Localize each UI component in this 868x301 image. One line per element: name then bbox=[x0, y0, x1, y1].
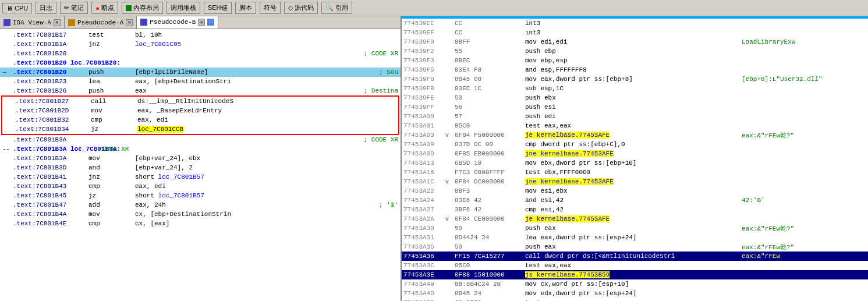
disasm-row[interactable]: 77453A4D 8B45 24 mov edx,dword ptr ss:[e… bbox=[402, 289, 868, 298]
tab-close-pseudo-a[interactable]: ✕ bbox=[126, 19, 133, 26]
arrow: → bbox=[2, 69, 13, 76]
code-line[interactable]: .text:7C801B43 cmp eax, edi bbox=[0, 182, 401, 191]
disasm-row[interactable]: 77453A03 v 0F84 F5000000 je kernelbase.7… bbox=[402, 130, 868, 140]
disasm-row[interactable]: 77453A35 50 push eax eax:&"rFEw乾?" bbox=[402, 242, 868, 252]
disasm-row[interactable]: 77453A00 57 push edi bbox=[402, 112, 868, 121]
disasm-row[interactable]: 77453A50 66:85C9 test cx,cx bbox=[402, 298, 868, 301]
disasm-row[interactable]: 77453A22 8BF3 mov esi,ebx bbox=[402, 186, 868, 196]
disasm-row[interactable]: 774539F5 83E4 F8 and esp,FFFFFFF8 bbox=[402, 65, 868, 75]
code-line[interactable]: .text:7C801B47 add eax, 24h ; '$' bbox=[0, 200, 401, 210]
code-line[interactable]: .text:7C801B17 test bl, 10h bbox=[0, 30, 401, 40]
tab-close-ida[interactable]: ✕ bbox=[54, 19, 61, 26]
disasm-row[interactable]: 77453A0D 0F85 EB000000 jne kernelbase.77… bbox=[402, 149, 868, 158]
disasm-row[interactable]: 774539EE CC int3 bbox=[402, 19, 868, 28]
log-btn[interactable]: 日志 bbox=[36, 2, 56, 14]
main-container: IDA View-A ✕ Pseudocode-A ✕ Pseudocode-B… bbox=[0, 16, 868, 301]
disasm-row[interactable]: 77453A30 50 push eax eax:&"rFEw乾?" bbox=[402, 224, 868, 233]
disasm-row[interactable]: 77453A13 6B5D 10 mov ebx,dword ptr ss:[e… bbox=[402, 158, 868, 168]
memory-btn[interactable]: 内存布局 bbox=[122, 2, 163, 14]
diamond-icon: ◇ bbox=[288, 4, 293, 12]
source-btn[interactable]: ◇ 源代码 bbox=[284, 2, 318, 14]
left-panel: IDA View-A ✕ Pseudocode-A ✕ Pseudocode-B… bbox=[0, 16, 402, 301]
disasm-row[interactable]: 77453A1C v 0F84 DC000000 jne kernelbase.… bbox=[402, 177, 868, 186]
code-line[interactable]: .text:7C801B1A jnz loc_7C801C05 bbox=[0, 40, 401, 49]
right-panel: 774539EE CC int3 774539EF CC int3 774539… bbox=[402, 16, 868, 301]
top-toolbar: 🖥 CPU 日志 ✏ 笔记 ● 断点 内存布局 调用堆栈 SEH链 脚本 符号 … bbox=[0, 0, 868, 16]
disasm-row[interactable]: 774539F0 8BFF mov edi,edi LoadLibraryExW bbox=[402, 37, 868, 47]
disasm-table[interactable]: 774539EE CC int3 774539EF CC int3 774539… bbox=[402, 19, 868, 301]
code-line[interactable]: .text:7C801B20 ; CODE XR bbox=[0, 49, 401, 58]
arrow: -- bbox=[2, 146, 13, 153]
tab-label-b: Pseudocode-B bbox=[150, 19, 196, 26]
tab-pseudocode-b[interactable]: Pseudocode-B ✕ □ bbox=[137, 16, 218, 29]
pseudo-a-icon bbox=[68, 19, 75, 26]
ref-btn[interactable]: 🔍 引用 bbox=[321, 2, 352, 14]
code-line[interactable]: .text:7C801B4A mov cx, [ebp+DestinationS… bbox=[0, 210, 401, 219]
code-line-highlighted[interactable]: → .text:7C801B20 push [ebp+lpLibFileName… bbox=[0, 68, 401, 77]
tab-expand-pseudo-b[interactable]: □ bbox=[207, 19, 214, 26]
code-line[interactable]: -- .text:7C801B3A loc_7C801B3A: ; CODE X… bbox=[0, 144, 401, 154]
code-line[interactable]: .text:7C801B3A ; CODE XR bbox=[0, 135, 401, 144]
code-line[interactable]: .text:7C801B32 cmp eax, edi bbox=[2, 115, 398, 125]
script-btn[interactable]: 脚本 bbox=[235, 2, 256, 14]
disasm-row[interactable]: 77453A09 837D 0C 00 cmp dword ptr ss:[eb… bbox=[402, 140, 868, 149]
memory-icon bbox=[126, 5, 132, 11]
disasm-row-selected2[interactable]: 77453A3E 0F88 15010000 js kernelbase.774… bbox=[402, 270, 868, 279]
symbol-btn[interactable]: 符号 bbox=[260, 2, 281, 14]
callstack-btn[interactable]: 调用堆栈 bbox=[166, 2, 200, 14]
breakpoint-btn[interactable]: ● 断点 bbox=[91, 2, 118, 14]
tab-pseudocode-a[interactable]: Pseudocode-A ✕ bbox=[65, 16, 137, 29]
disasm-row[interactable]: 774539F8 8B45 08 mov eax,dword ptr ss:[e… bbox=[402, 75, 868, 84]
disasm-row[interactable]: 77453A24 83E6 42 and esi,42 42:'B' bbox=[402, 196, 868, 205]
disasm-row[interactable]: 77453A31 8D4424 24 lea eax,dword ptr ss:… bbox=[402, 233, 868, 242]
disasm-row[interactable]: 77453A16 F7C3 0000FFFF test ebx,FFFF0000 bbox=[402, 168, 868, 177]
tab-close-pseudo-b[interactable]: ✕ bbox=[198, 19, 205, 26]
code-line[interactable]: .text:7C801B20 loc_7C801B20: bbox=[0, 58, 401, 68]
code-line[interactable]: .text:7C801B34 jz loc_7C801CCB bbox=[2, 125, 398, 134]
tab-label: IDA View-A bbox=[13, 19, 51, 26]
disasm-row[interactable]: 774539FB 83EC 1C sub esp,1C bbox=[402, 84, 868, 93]
ida-view-icon bbox=[3, 19, 10, 26]
code-line[interactable]: .text:7C801B4E cmp cx, [eax] bbox=[0, 219, 401, 228]
code-line[interactable]: .text:7C801B27 call ds:__imp__RtlInitUni… bbox=[2, 97, 398, 106]
code-line[interactable]: .text:7C801B23 lea eax, [ebp+Destination… bbox=[0, 77, 401, 86]
code-line[interactable]: .text:7C801B41 jnz short loc_7C801B57 bbox=[0, 172, 401, 182]
code-line[interactable]: .text:7C801B2D mov eax, _BasepExeLdrEntr… bbox=[2, 106, 398, 115]
disasm-row-selected[interactable]: 77453A36 FF15 7CA15277 call dword ptr ds… bbox=[402, 252, 868, 261]
disasm-row[interactable]: 77453A2A v 0F84 CE000000 je kernelbase.7… bbox=[402, 214, 868, 224]
seh-btn[interactable]: SEH链 bbox=[204, 2, 232, 14]
code-line[interactable]: .text:7C801B45 jz short loc_7C801B57 bbox=[0, 191, 401, 200]
note-btn[interactable]: ✏ 笔记 bbox=[60, 2, 88, 14]
disasm-row[interactable]: 774539EF CC int3 bbox=[402, 28, 868, 37]
disasm-row[interactable]: 774539F2 55 push ebp bbox=[402, 47, 868, 56]
disasm-row[interactable]: 774539F3 8BEC mov ebp,esp bbox=[402, 56, 868, 65]
disasm-row[interactable]: 77453A01 85C0 test eax,eax bbox=[402, 121, 868, 130]
code-line[interactable]: .text:7C801B26 push eax ; Destina bbox=[0, 86, 401, 95]
left-tab-bar: IDA View-A ✕ Pseudocode-A ✕ Pseudocode-B… bbox=[0, 16, 401, 29]
code-line[interactable]: .text:7C801B3D and [ebp+var_24], 2 bbox=[0, 163, 401, 172]
disasm-row[interactable]: 77453A49 8B:8B4C24 20 mov cx,word ptr ss… bbox=[402, 279, 868, 289]
disasm-row[interactable]: 774539FE 53 push ebx bbox=[402, 93, 868, 102]
pseudo-b-icon bbox=[140, 19, 147, 26]
disasm-row[interactable]: 77453A3C 85C0 test eax,eax bbox=[402, 261, 868, 270]
code-area[interactable]: .text:7C801B17 test bl, 10h .text:7C801B… bbox=[0, 29, 401, 301]
disasm-row[interactable]: 77453A27 3BF6 42 cmp esi,42 bbox=[402, 205, 868, 214]
disasm-row[interactable]: 774539FF 56 push esi bbox=[402, 102, 868, 112]
pen-icon: ✏ bbox=[64, 4, 69, 12]
tab-ida-view[interactable]: IDA View-A ✕ bbox=[0, 16, 65, 29]
search-icon: 🔍 bbox=[325, 4, 334, 12]
red-box-section: .text:7C801B27 call ds:__imp__RtlInitUni… bbox=[1, 95, 399, 135]
code-line[interactable]: .text:7C801B3A mov [ebp+var_24], ebx bbox=[0, 154, 401, 163]
cpu-btn[interactable]: 🖥 CPU bbox=[2, 3, 32, 13]
tab-label-a: Pseudocode-A bbox=[77, 19, 123, 26]
cpu-icon: 🖥 bbox=[6, 5, 13, 12]
